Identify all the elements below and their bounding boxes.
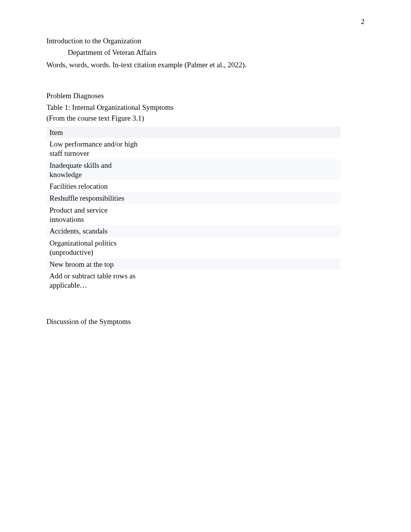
table-cell-bullets [145, 180, 341, 192]
spacer [46, 291, 365, 310]
bottom-fade [43, 474, 361, 532]
table-cell-bullets [145, 192, 341, 204]
diag-heading: Problem Diagnoses [46, 92, 365, 100]
table-row: Low performance and/or high staff turnov… [46, 138, 341, 159]
page-container: 2 Introduction to the Organization Depar… [0, 0, 411, 352]
table-row: Add or subtract table rows as applicable… [46, 270, 341, 291]
table-cell-item: Organizational politics (unproductive) [46, 237, 145, 258]
table-cell-item: Product and service innovations [46, 204, 145, 225]
table-cell-bullets [145, 204, 341, 225]
table-row: Product and service innovations [46, 204, 341, 225]
intro-subheading: Department of Veteran Affairs [68, 48, 365, 57]
spacer [46, 310, 365, 317]
table-cell-item: New broom at the top [46, 258, 145, 270]
table-row: Reshuffle responsibilities [46, 192, 341, 204]
table-cell-item: Add or subtract table rows as applicable… [46, 270, 145, 291]
table-cell-item: Inadequate skills and knowledge [46, 159, 145, 181]
table-row: Inadequate skills and knowledge [46, 159, 341, 181]
table-header-item: Item [46, 126, 145, 138]
table-row: New broom at the top [46, 258, 341, 270]
intro-body-text: Words, words, words. In-text citation ex… [46, 60, 365, 70]
table-cell-bullets [145, 138, 341, 159]
table-cell-item: Facilities relocation [46, 180, 145, 192]
discussion-heading: Discussion of the Symptoms [46, 317, 365, 326]
table-cell-bullets [145, 159, 341, 181]
table-caption: Table 1: Internal Organizational Symptom… [46, 103, 365, 112]
table-cell-item: Accidents, scandals [46, 225, 145, 237]
table-cell-bullets [145, 237, 341, 258]
table-row: Organizational politics (unproductive) [46, 237, 341, 258]
table-cell-bullets [145, 270, 341, 291]
table-cell-item: Low performance and/or high staff turnov… [46, 138, 145, 159]
table-cell-bullets [145, 258, 341, 270]
table-header-blank [145, 126, 341, 138]
table-cell-item: Reshuffle responsibilities [46, 192, 145, 204]
table-source-note: (From the course text Figure 3.1) [46, 114, 365, 123]
table-body: Low performance and/or high staff turnov… [46, 138, 341, 291]
symptoms-table: Item Low performance and/or high staff t… [46, 126, 341, 291]
intro-heading: Introduction to the Organization [46, 37, 365, 45]
table-row: Accidents, scandals [46, 225, 341, 237]
page-number: 2 [361, 17, 365, 26]
table-row: Facilities relocation [46, 180, 341, 192]
table-cell-bullets [145, 225, 341, 237]
spacer [46, 73, 365, 92]
